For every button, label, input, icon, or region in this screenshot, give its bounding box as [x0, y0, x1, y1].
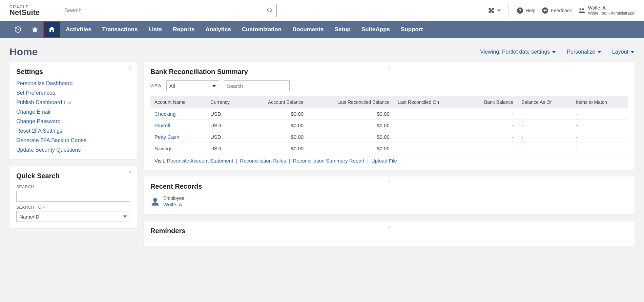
recent-records-portlet: ⠿ Recent Records Employee Wolfe, A.	[144, 176, 635, 214]
nav-transactions[interactable]: Transactions	[97, 21, 143, 38]
recent-record-item: Employee Wolfe, A.	[150, 195, 628, 208]
nav-home-icon[interactable]	[43, 21, 60, 38]
drag-handle-icon[interactable]: ⠿	[387, 180, 391, 185]
col-bank-balance[interactable]: Bank Balance	[464, 96, 517, 108]
col-last-reconciled-balance[interactable]: Last Reconciled Balance	[308, 96, 394, 108]
star-icon	[31, 26, 39, 33]
qs-searchfor-value: Name/ID	[19, 214, 39, 220]
cell-items-to-match: -	[572, 131, 628, 143]
col-currency[interactable]: Currency	[206, 96, 245, 108]
main-nav: Activities Transactions Lists Reports An…	[0, 21, 644, 38]
recon-search-input[interactable]	[224, 80, 290, 91]
cell-currency: USD	[206, 131, 245, 143]
view-select[interactable]: All	[166, 80, 219, 91]
feedback-link[interactable]: Feedback	[541, 7, 572, 14]
svg-line-1	[271, 12, 273, 13]
settings-link-reset-2fa[interactable]: Reset 2FA Settings	[16, 128, 62, 134]
recent-text: Employee Wolfe, A.	[163, 195, 184, 208]
settings-link-publish-dashboard[interactable]: Publish Dashboard	[16, 99, 62, 105]
col-items-to-match[interactable]: Items to Match	[572, 96, 628, 108]
personalize-label: Personalize	[567, 49, 595, 55]
extension-menu[interactable]	[487, 7, 501, 14]
settings-link-generate-2fa-codes[interactable]: Generate 2FA Backup Codes	[16, 137, 86, 143]
cell-bank-balance: -	[464, 120, 517, 131]
personalize-dropdown[interactable]: Personalize	[567, 49, 601, 55]
nav-activities[interactable]: Activities	[60, 21, 97, 38]
cell-last-reconciled-on	[394, 120, 464, 131]
svg-point-9	[153, 198, 157, 202]
page-actions: Viewing: Portlet date settings Personali…	[480, 49, 635, 55]
viewing-dropdown[interactable]: Viewing: Portlet date settings	[480, 49, 556, 55]
nav-support[interactable]: Support	[395, 21, 428, 38]
col-last-reconciled-on[interactable]: Last Reconciled On	[394, 96, 464, 108]
settings-link-change-email[interactable]: Change Email	[16, 109, 50, 115]
history-icon	[14, 26, 22, 33]
cell-bank-balance: -	[464, 131, 517, 143]
recon-portlet: ⠿ Bank Reconciliation Summary VIEW All A…	[144, 62, 635, 170]
drag-handle-icon[interactable]: ⠿	[128, 65, 132, 70]
help-label: Help	[526, 8, 536, 13]
left-column: ⠿ Settings Personalize Dashboard Set Pre…	[9, 62, 137, 228]
visit-link-reconciliation-rules[interactable]: Reconciliation Rules	[240, 158, 286, 164]
users-icon	[578, 7, 585, 14]
recent-name-link[interactable]: Wolfe, A.	[163, 201, 184, 208]
qs-search-input[interactable]	[16, 191, 130, 202]
settings-link-change-password[interactable]: Change Password	[16, 118, 61, 124]
svg-rect-5	[544, 10, 547, 11]
cell-items-to-match: -	[572, 108, 628, 120]
quicksearch-portlet: ⠿ Quick Search SEARCH SEARCH FOR Name/ID	[9, 166, 137, 228]
settings-title: Settings	[16, 68, 130, 76]
nav-favorites-icon[interactable]	[26, 21, 43, 38]
account-link[interactable]: Petty Cash	[154, 134, 179, 140]
cell-last-reconciled-on	[394, 131, 464, 143]
chevron-down-icon	[497, 10, 501, 12]
table-row: Petty CashUSD$0.00$0.00---	[150, 131, 628, 143]
settings-list: Personalize Dashboard Set Preferences Pu…	[16, 80, 130, 153]
svg-text:?: ?	[519, 8, 521, 13]
cell-currency: USD	[206, 108, 245, 120]
separator: |	[367, 158, 369, 164]
nav-reports[interactable]: Reports	[167, 21, 200, 38]
cell-balance-as-of: -	[517, 108, 572, 120]
table-row: SavingsUSD$0.00$0.00---	[150, 143, 628, 154]
nav-analytics[interactable]: Analytics	[200, 21, 236, 38]
qs-searchfor-label: SEARCH FOR	[16, 205, 130, 210]
user-menu[interactable]: Wolfe, A. Wolfe, Inc. - Administrator	[578, 5, 635, 16]
layout-label: Layout	[612, 49, 628, 55]
cell-account-balance: $0.00	[245, 120, 308, 131]
settings-link-set-preferences[interactable]: Set Preferences	[16, 90, 55, 96]
col-account-name[interactable]: Account Name	[150, 96, 206, 108]
nav-customization[interactable]: Customization	[236, 21, 287, 38]
nav-recent-icon[interactable]	[9, 21, 26, 38]
qs-searchfor-select[interactable]: Name/ID	[16, 211, 130, 222]
drag-handle-icon[interactable]: ⠿	[387, 224, 391, 229]
nav-lists[interactable]: Lists	[143, 21, 167, 38]
list-tag: List	[64, 100, 71, 105]
drag-handle-icon[interactable]: ⠿	[387, 65, 391, 70]
help-link[interactable]: ? Help	[516, 7, 536, 14]
account-link[interactable]: Checking	[154, 111, 176, 117]
layout-dropdown[interactable]: Layout	[612, 49, 635, 55]
cell-balance-as-of: -	[517, 131, 572, 143]
visit-link-reconciliation-summary-report[interactable]: Reconciliation Summary Report	[293, 158, 365, 164]
account-link[interactable]: Savings	[154, 146, 172, 151]
settings-link-update-security-questions[interactable]: Update Security Questions	[16, 147, 81, 153]
drag-handle-icon[interactable]: ⠿	[128, 169, 132, 174]
nav-suiteapps[interactable]: SuiteApps	[356, 21, 395, 38]
global-search-input[interactable]	[60, 4, 277, 17]
table-row: CheckingUSD$0.00$0.00---	[150, 108, 628, 120]
col-account-balance[interactable]: Account Balance	[245, 96, 308, 108]
person-icon	[150, 197, 160, 206]
viewing-label: Viewing: Portlet date settings	[480, 49, 550, 55]
svg-point-0	[268, 8, 272, 12]
top-header: ORACLE NetSuite ? Help Feedback Wolfe, A…	[0, 0, 644, 21]
nav-setup[interactable]: Setup	[329, 21, 356, 38]
visit-link-upload-file[interactable]: Upload File	[371, 158, 397, 164]
settings-link-personalize-dashboard[interactable]: Personalize Dashboard	[16, 80, 72, 86]
account-link[interactable]: Payroll	[154, 122, 170, 128]
col-balance-as-of[interactable]: Balance As Of	[517, 96, 572, 108]
nav-documents[interactable]: Documents	[287, 21, 329, 38]
visit-link-reconcile-statement[interactable]: Reconcile Account Statement	[167, 158, 233, 164]
cell-last-reconciled-balance: $0.00	[308, 120, 394, 131]
content: ⠿ Settings Personalize Dashboard Set Pre…	[0, 62, 644, 255]
